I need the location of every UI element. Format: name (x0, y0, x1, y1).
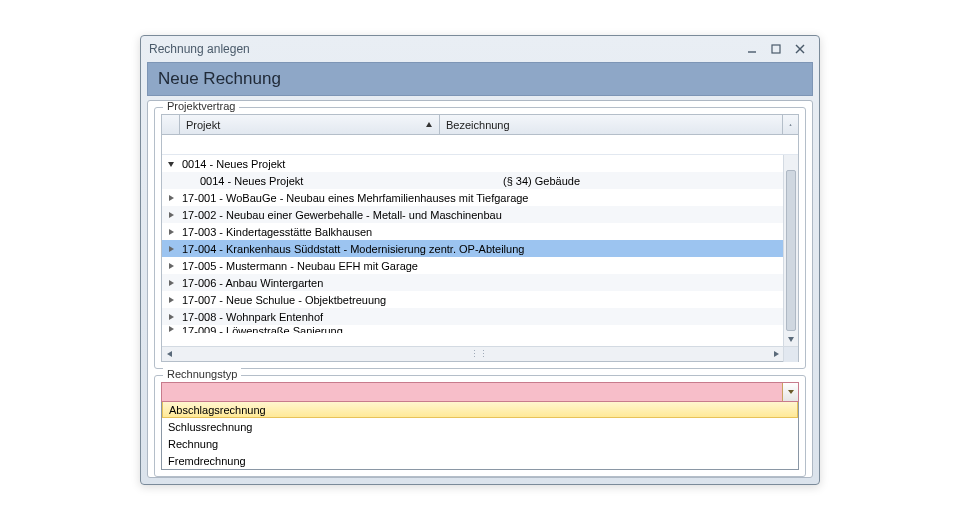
sort-asc-icon (425, 119, 433, 131)
svg-marker-17 (167, 351, 172, 357)
svg-marker-9 (169, 229, 174, 235)
vertical-scrollbar[interactable] (783, 155, 798, 346)
expander-icon[interactable] (162, 312, 180, 322)
titlebar: Rechnung anlegen (141, 36, 819, 62)
row-projekt-text: 17-002 - Neubau einer Gewerbehalle - Met… (180, 209, 502, 221)
expander-icon[interactable] (162, 244, 180, 254)
table-row[interactable]: 0014 - Neues Projekt (162, 155, 783, 172)
svg-marker-12 (169, 280, 174, 286)
expander-icon[interactable] (162, 278, 180, 288)
grid-header-gutter (162, 115, 180, 134)
table-row[interactable]: 17-003 - Kindertagesstätte Balkhausen (162, 223, 783, 240)
scroll-down-button[interactable] (784, 331, 798, 346)
scrollbar-corner (783, 347, 798, 362)
column-bezeichnung-label: Bezeichnung (446, 119, 510, 131)
grid-filter-row[interactable] (162, 135, 798, 155)
table-row[interactable]: 17-002 - Neubau einer Gewerbehalle - Met… (162, 206, 783, 223)
svg-marker-7 (169, 195, 174, 201)
svg-marker-15 (169, 326, 174, 332)
expander-icon[interactable] (162, 159, 180, 169)
close-button[interactable] (789, 41, 811, 57)
svg-marker-19 (788, 390, 794, 394)
horizontal-scroll-track[interactable]: ⋮⋮ (177, 347, 768, 361)
svg-marker-6 (168, 162, 174, 167)
row-projekt-text: 17-003 - Kindertagesstätte Balkhausen (180, 226, 372, 238)
grid-body: 0014 - Neues Projekt0014 - Neues Projekt… (162, 155, 783, 346)
row-projekt-text: 17-001 - WoBauGe - Neubau eines Mehrfami… (180, 192, 528, 204)
table-row[interactable]: 17-006 - Anbau Wintergarten (162, 274, 783, 291)
scroll-left-button[interactable] (162, 347, 177, 362)
table-row[interactable]: 17-008 - Wohnpark Entenhof (162, 308, 783, 325)
expander-icon[interactable] (162, 261, 180, 271)
expander-icon[interactable] (162, 210, 180, 220)
chevron-down-icon (787, 388, 795, 396)
expander-icon[interactable] (162, 227, 180, 237)
column-projekt[interactable]: Projekt (180, 115, 440, 134)
table-row[interactable]: 17-009 - Löwenstraße Sanierung (162, 325, 783, 333)
rechnungstyp-combobox[interactable] (161, 382, 799, 402)
row-projekt-text: 17-006 - Anbau Wintergarten (180, 277, 323, 289)
row-bezeichnung-text: (§ 34) Gebäude (503, 175, 783, 187)
minimize-button[interactable] (741, 41, 763, 57)
table-row[interactable]: 17-007 - Neue Schulue - Objektbetreuung (162, 291, 783, 308)
row-projekt-text: 17-007 - Neue Schulue - Objektbetreuung (180, 294, 386, 306)
horizontal-scroll-grip-icon: ⋮⋮ (470, 350, 476, 358)
svg-marker-18 (774, 351, 779, 357)
dropdown-option[interactable]: Abschlagsrechnung (162, 401, 798, 418)
page-title: Neue Rechnung (147, 62, 813, 96)
svg-marker-14 (169, 314, 174, 320)
expander-icon[interactable] (162, 193, 180, 203)
group-projektvertrag-legend: Projektvertrag (163, 100, 239, 112)
row-projekt-text: 17-004 - Krankenhaus Süddstatt - Moderni… (180, 243, 524, 255)
table-row[interactable]: 17-001 - WoBauGe - Neubau eines Mehrfami… (162, 189, 783, 206)
vertical-scroll-thumb[interactable] (786, 170, 796, 331)
group-projektvertrag: Projektvertrag Projekt Bezeichnung (154, 107, 806, 369)
group-rechnungstyp-legend: Rechnungstyp (163, 368, 241, 380)
svg-marker-8 (169, 212, 174, 218)
row-projekt-text: 17-005 - Mustermann - Neubau EFH mit Gar… (180, 260, 418, 272)
dropdown-option[interactable]: Schlussrechnung (162, 418, 798, 435)
table-row[interactable]: 0014 - Neues Projekt(§ 34) Gebäude (162, 172, 783, 189)
column-projekt-label: Projekt (186, 119, 220, 131)
svg-marker-5 (789, 123, 791, 125)
project-grid: Projekt Bezeichnung 0014 - Neues Projekt… (161, 114, 799, 362)
horizontal-scrollbar[interactable]: ⋮⋮ (162, 346, 798, 361)
svg-marker-11 (169, 263, 174, 269)
grid-header: Projekt Bezeichnung (162, 115, 798, 135)
dropdown-option[interactable]: Rechnung (162, 435, 798, 452)
combobox-toggle-button[interactable] (782, 383, 798, 401)
svg-marker-13 (169, 297, 174, 303)
svg-marker-10 (169, 246, 174, 252)
row-projekt-text: 0014 - Neues Projekt (180, 158, 285, 170)
svg-marker-16 (788, 337, 794, 342)
column-bezeichnung[interactable]: Bezeichnung (440, 115, 783, 134)
row-projekt-text: 17-008 - Wohnpark Entenhof (180, 311, 323, 323)
group-rechnungstyp: Rechnungstyp AbschlagsrechnungSchlussrec… (154, 375, 806, 477)
expander-icon[interactable] (162, 295, 180, 305)
dropdown-option[interactable]: Fremdrechnung (162, 452, 798, 469)
maximize-button[interactable] (765, 41, 787, 57)
svg-marker-4 (426, 122, 432, 127)
window-title: Rechnung anlegen (149, 42, 250, 56)
client-area: Projektvertrag Projekt Bezeichnung (147, 100, 813, 478)
dialog-window: Rechnung anlegen Neue Rechnung Projektve… (140, 35, 820, 485)
scroll-up-button[interactable] (783, 115, 798, 134)
scroll-right-button[interactable] (768, 347, 783, 362)
table-row[interactable]: 17-005 - Mustermann - Neubau EFH mit Gar… (162, 257, 783, 274)
table-row[interactable]: 17-004 - Krankenhaus Süddstatt - Moderni… (162, 240, 783, 257)
row-projekt-text: 0014 - Neues Projekt (180, 175, 303, 187)
svg-rect-1 (772, 45, 780, 53)
rechnungstyp-dropdown: AbschlagsrechnungSchlussrechnungRechnung… (161, 401, 799, 470)
